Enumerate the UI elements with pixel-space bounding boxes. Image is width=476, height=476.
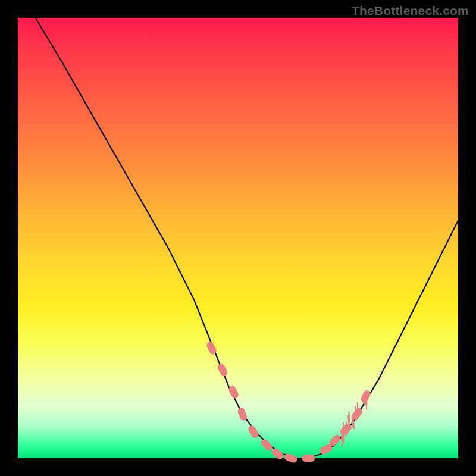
svg-rect-23	[259, 438, 274, 452]
svg-rect-24	[270, 447, 285, 461]
chart-svg	[18, 18, 458, 458]
svg-rect-22	[247, 424, 260, 439]
svg-rect-19	[217, 362, 229, 377]
highlight-markers	[205, 340, 372, 464]
chart-frame: TheBottleneck.com	[0, 0, 476, 476]
watermark-text: TheBottleneck.com	[352, 4, 469, 18]
svg-rect-26	[302, 455, 315, 462]
svg-rect-31	[359, 389, 372, 404]
bottleneck-curve	[36, 18, 458, 458]
